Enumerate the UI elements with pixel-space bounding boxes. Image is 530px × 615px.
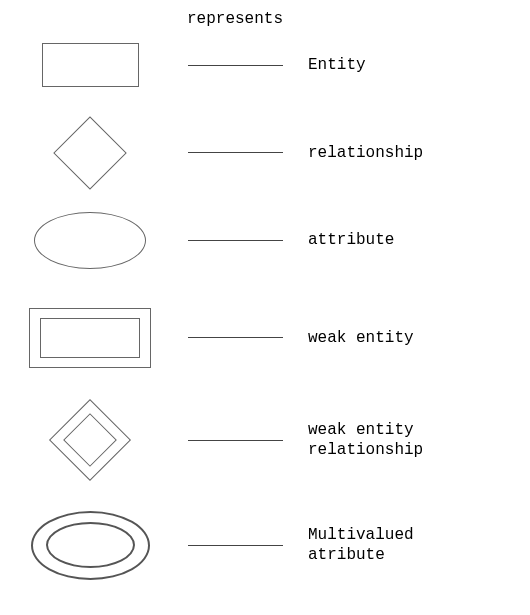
line-cell (180, 152, 290, 153)
double-diamond-inner-icon (63, 413, 117, 467)
underline-icon (188, 152, 283, 153)
double-rectangle-inner-icon (40, 318, 140, 358)
legend-label: weak entityrelationship (290, 420, 423, 460)
legend-row-weak-relationship: weak entityrelationship (0, 400, 530, 480)
rectangle-icon (42, 43, 139, 87)
double-ellipse-inner-icon (46, 522, 135, 568)
underline-icon (188, 337, 283, 338)
legend-label: relationship (290, 143, 423, 163)
shape-cell (0, 43, 180, 87)
line-cell (180, 440, 290, 441)
legend-row-entity: Entity (0, 35, 530, 95)
diamond-icon (53, 116, 127, 190)
underline-icon (188, 65, 283, 66)
double-diamond-icon (49, 399, 131, 481)
legend-row-relationship: relationship (0, 115, 530, 190)
legend-row-attribute: attribute (0, 205, 530, 275)
double-rectangle-icon (29, 308, 151, 368)
underline-icon (188, 545, 283, 546)
legend-label: Entity (290, 55, 366, 75)
shape-cell (0, 212, 180, 269)
legend-label: weak entity (290, 328, 414, 348)
legend-header: represents (187, 10, 283, 28)
legend-label: Multivaluedatribute (290, 525, 414, 565)
line-cell (180, 65, 290, 66)
legend-label: attribute (290, 230, 394, 250)
underline-icon (188, 440, 283, 441)
line-cell (180, 545, 290, 546)
shape-cell (0, 411, 180, 469)
legend-row-multivalued: Multivaluedatribute (0, 505, 530, 585)
line-cell (180, 337, 290, 338)
ellipse-icon (34, 212, 146, 269)
shape-cell (0, 308, 180, 368)
shape-cell (0, 127, 180, 179)
shape-cell (0, 511, 180, 580)
double-ellipse-icon (31, 511, 150, 580)
underline-icon (188, 240, 283, 241)
legend-row-weak-entity: weak entity (0, 300, 530, 375)
line-cell (180, 240, 290, 241)
